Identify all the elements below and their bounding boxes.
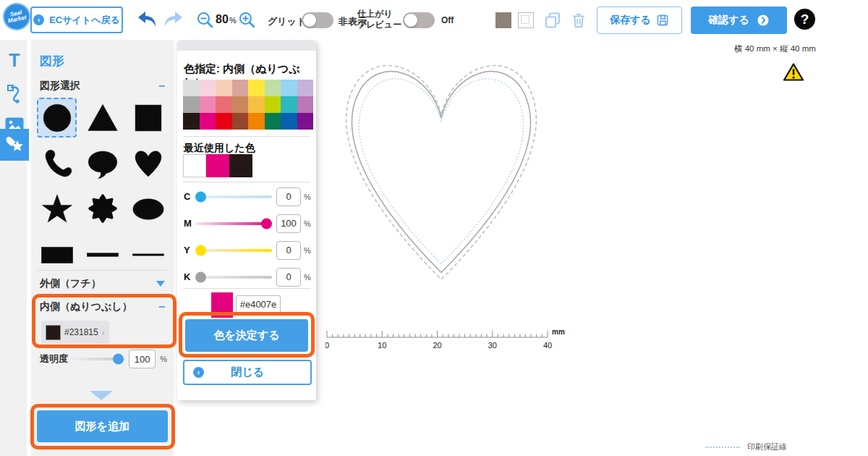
opacity-slider-thumb[interactable] (113, 354, 124, 365)
palette-swatch[interactable] (200, 80, 216, 96)
svg-text:mm: mm (552, 328, 565, 336)
palette-swatch[interactable] (216, 80, 232, 96)
recent-color-swatch[interactable] (229, 154, 252, 177)
M-value-input[interactable]: 100 (276, 214, 301, 233)
heart-design-object[interactable] (329, 44, 553, 287)
trash-icon[interactable] (570, 12, 587, 29)
palette-swatch[interactable] (232, 80, 249, 96)
C-slider-thumb[interactable] (195, 191, 206, 202)
zoom-out-icon[interactable] (197, 12, 213, 28)
sidebar-item-pen[interactable] (0, 80, 29, 109)
shape-option-rectangle[interactable] (37, 235, 77, 274)
save-button[interactable]: 保存する (597, 7, 682, 34)
palette-swatch[interactable] (232, 113, 249, 130)
K-slider-track[interactable] (195, 276, 272, 279)
triangle-icon (86, 101, 119, 135)
undo-icon[interactable] (137, 9, 157, 30)
palette-swatch[interactable] (265, 96, 281, 113)
palette-swatch[interactable] (216, 113, 232, 130)
inner-label: 内側（ぬりつぶし） (40, 300, 132, 313)
cmyk-sliders: C0%M100%Y0%K0% (177, 183, 316, 290)
Y-slider-thumb[interactable] (195, 245, 206, 256)
design-canvas[interactable]: 横 40 mm × 縦 40 mm 010203040mm 印刷保証線 (318, 40, 868, 456)
K-slider-thumb[interactable] (195, 271, 206, 282)
palette-swatch[interactable] (183, 80, 200, 96)
inner-color-field[interactable]: #231815 › (41, 321, 109, 344)
M-slider-thumb[interactable] (261, 218, 272, 229)
palette-swatch[interactable] (281, 80, 297, 96)
opacity-value[interactable]: 100 (129, 350, 156, 368)
shape-option-speech-bubble[interactable] (82, 143, 122, 183)
palette-swatch[interactable] (183, 113, 200, 130)
recent-color-swatch[interactable] (206, 154, 229, 177)
sidebar-item-shapes[interactable] (0, 129, 29, 161)
palette-swatch[interactable] (200, 113, 216, 130)
palette-swatch[interactable] (232, 96, 249, 113)
recent-color-swatch[interactable] (183, 154, 206, 177)
hex-input[interactable]: #e4007e (236, 295, 281, 313)
panel-drag-handle[interactable] (177, 40, 316, 51)
shape-option-ellipse[interactable] (128, 189, 168, 229)
palette-swatch[interactable] (200, 96, 216, 113)
palette-swatch[interactable] (281, 96, 297, 113)
scroll-down-icon[interactable] (90, 391, 113, 400)
decide-color-button[interactable]: 色を決定する (185, 319, 308, 352)
shape-option-badge[interactable] (82, 189, 122, 229)
finish-preview-toggle[interactable] (403, 12, 435, 28)
zoom-in-icon[interactable] (239, 12, 255, 28)
shape-option-phone[interactable] (37, 143, 77, 183)
current-fill-swatch[interactable] (495, 12, 511, 28)
shape-option-heart[interactable] (128, 143, 168, 183)
inner-section-header[interactable]: 内側（ぬりつぶし） − (40, 300, 165, 313)
palette-swatch[interactable] (183, 96, 200, 113)
palette-swatch[interactable] (265, 80, 281, 96)
expand-icon[interactable] (156, 281, 165, 287)
shape-option-thin-line[interactable] (128, 235, 168, 274)
slider-row-M: M100% (177, 210, 316, 237)
close-button[interactable]: ‹ 閉じる (183, 360, 312, 385)
help-button[interactable]: ? (794, 9, 815, 30)
C-value-input[interactable]: 0 (276, 187, 301, 206)
grid-toggle[interactable] (302, 12, 333, 28)
shape-option-star[interactable] (37, 189, 77, 229)
palette-swatch[interactable] (248, 113, 265, 130)
current-border-swatch[interactable] (518, 12, 534, 28)
collapse-icon[interactable]: − (158, 80, 165, 93)
recent-colors (183, 154, 252, 177)
shape-option-square[interactable] (128, 98, 168, 138)
palette-swatch[interactable] (248, 96, 265, 113)
back-to-ec-button[interactable]: ‹ ECサイトへ戻る (30, 7, 123, 33)
palette-swatch[interactable] (297, 96, 314, 113)
tool-sidebar: T (0, 40, 29, 456)
shape-panel: 図形 図形選択 − 外側（フチ） 内側（ぬりつぶし） − #231815 › 透… (31, 40, 174, 456)
shapes-tool-icon (5, 136, 24, 153)
palette-swatch[interactable] (216, 96, 232, 113)
Y-slider-track[interactable] (195, 249, 272, 252)
opacity-slider-track[interactable] (72, 358, 124, 360)
C-slider-track[interactable] (195, 195, 272, 198)
star-icon (41, 193, 74, 226)
slider-row-K: K0% (177, 263, 316, 290)
svg-text:40: 40 (543, 341, 552, 350)
shape-option-triangle[interactable] (82, 98, 122, 138)
add-shape-button[interactable]: 図形を追加 (37, 410, 168, 442)
K-value-input[interactable]: 0 (276, 268, 301, 287)
outer-section-header[interactable]: 外側（フチ） (40, 277, 165, 290)
redo-icon[interactable] (163, 9, 184, 30)
warning-icon[interactable] (783, 62, 804, 82)
confirm-button[interactable]: 確認する (691, 7, 787, 34)
shape-option-thick-line[interactable] (82, 235, 122, 274)
palette-swatch[interactable] (265, 113, 281, 130)
palette-swatch[interactable] (297, 80, 314, 96)
M-slider-track[interactable] (195, 222, 272, 225)
sidebar-item-text[interactable]: T (0, 46, 29, 75)
duplicate-icon[interactable] (544, 12, 561, 29)
seal-market-logo: SealMarket (0, 0, 33, 33)
Y-value-input[interactable]: 0 (276, 241, 301, 260)
palette-swatch[interactable] (281, 113, 297, 130)
palette-swatch[interactable] (248, 80, 265, 96)
chevron-left-icon: ‹ (33, 14, 44, 25)
palette-swatch[interactable] (297, 113, 314, 130)
shape-option-circle[interactable] (37, 98, 77, 138)
collapse-icon[interactable]: − (158, 300, 165, 313)
